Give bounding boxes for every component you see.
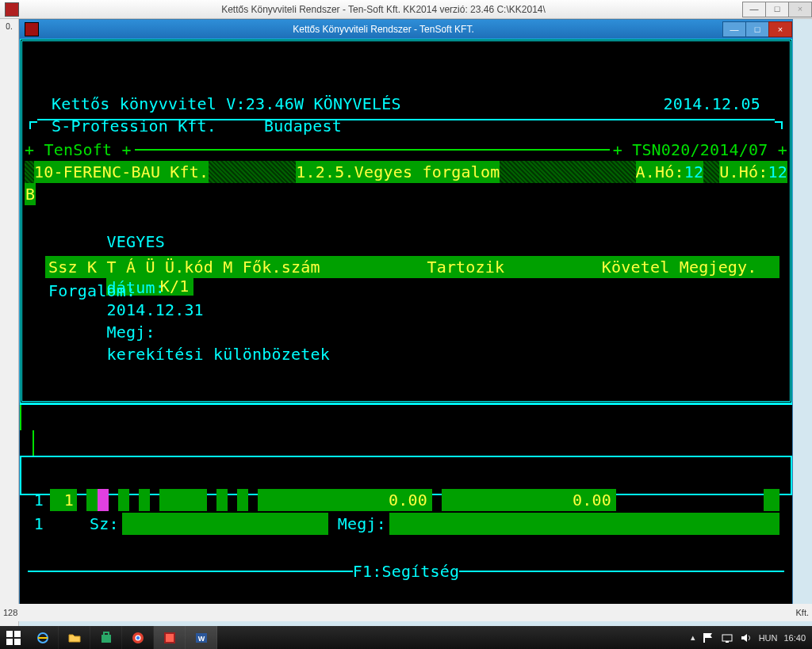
form-line-biz: VEGYES bizonylatszám: K/1 [48,208,792,231]
minimize-button[interactable]: — [742,2,766,17]
svg-rect-2 [6,639,13,645]
speaker-icon[interactable] [740,632,753,644]
taskbar-app1[interactable] [154,626,186,649]
frame-side-left [20,405,34,430]
gutter-label: 0. [6,22,12,31]
banner-line1: Kettős könyvvitel V:23.46W KÖNYVELÉS 201… [20,93,792,115]
banner-city: Budapest [264,115,342,137]
status-menu: 1.2.5.Vegyes forgalom [296,161,500,183]
close-button[interactable]: × [788,2,812,17]
inner-title: Kettős Könyvviteli Rendszer - TenSoft KF… [44,24,723,35]
banner-title: Kettős könyvvitel V:23.46W KÖNYVELÉS [52,93,401,115]
left-gutter: 0. [0,19,19,626]
inner-window-buttons: — □ × [723,21,792,37]
terminal[interactable]: Kettős könyvvitel V:23.46W KÖNYVELÉS 201… [20,39,792,620]
side-letter: B [25,183,36,205]
app-icon [25,22,39,36]
svg-rect-11 [166,634,174,642]
ie-icon [36,632,49,644]
tensoft-frame: + TenSoft + + TSN020/2014/07 + [20,139,792,161]
minimize-button[interactable]: — [722,21,746,37]
chrome-icon [132,632,144,644]
form-line-date: dátum: 2014.12.31 Megj: kerekítési külön… [48,232,792,254]
banner-line2: S-Profession Kft. Budapest [20,115,792,137]
taskbar-word[interactable]: W [186,626,217,649]
taskbar-store[interactable] [90,626,122,649]
help-label: F1:Segítség [353,560,460,582]
taskbar-explorer[interactable] [59,626,90,649]
svg-rect-0 [6,631,13,637]
maximize-button[interactable]: □ [745,21,769,37]
network-icon[interactable] [721,632,733,644]
forgalom-label: Forgalom: [48,280,792,302]
inner-titlebar[interactable]: Kettős Könyvviteli Rendszer - TenSoft KF… [20,20,792,39]
taskbar[interactable]: W ▴ HUN 16:40 [0,626,812,649]
folder-icon [68,632,81,644]
help-divider: F1:Segítség [28,560,784,582]
os-status-strip: 128 Kft. [0,604,812,621]
word-icon: W [195,632,208,644]
frame-left-label: + TenSoft + [25,139,132,161]
tray-clock[interactable]: 16:40 [783,633,806,643]
sz-label: Sz: [90,513,119,535]
strip-right: Kft. [795,608,809,617]
tray-lang[interactable]: HUN [759,633,778,643]
box-top [20,71,792,93]
frame-side-right [20,430,34,456]
banner-date: 2014.12.05 [664,93,760,115]
outer-window-buttons: — □ × [743,2,812,17]
frame-right-label: + TSN020/2014/07 + [613,139,787,161]
entry-index: 1 [28,489,44,511]
svg-text:W: W [197,635,205,643]
strip-left: 128 [3,608,17,617]
close-button[interactable]: × [768,21,792,37]
cursor [98,489,109,511]
svg-rect-3 [14,639,21,645]
u-ho-value: 12 [768,161,787,183]
status-row: 10-FERENC-BAU Kft. 1.2.5.Vegyes forgalom… [25,161,787,183]
start-button[interactable] [0,626,27,649]
maximize-button[interactable]: □ [765,2,789,17]
u-ho-label: U.Hó: [719,161,768,183]
entry-val1[interactable]: 1 [50,489,77,511]
svg-rect-14 [703,633,705,643]
svg-point-9 [136,636,139,639]
a-ho-label: A.Hó: [636,161,684,183]
windows-logo-icon [6,631,21,645]
a-ho-value: 12 [684,161,703,183]
outer-title: Kettős Könyvviteli Rendszer - Ten-Soft K… [24,4,743,15]
entry-amount1[interactable]: 0.00 [258,489,432,511]
svg-rect-6 [104,632,109,636]
entry-row-2[interactable]: 1 Sz: Megj: [28,513,779,535]
entry-index2: 1 [28,513,44,535]
taskbar-chrome[interactable] [122,626,154,649]
date-value[interactable]: 2014.12.31 [106,300,203,319]
store-icon [100,632,113,644]
svg-rect-1 [14,631,21,637]
entry-row-1[interactable]: 1 1 0.00 0.00 [28,489,779,511]
flag-icon[interactable] [702,632,714,644]
columns-header: Ssz K T Á Ü Ü.kód M Fők.szám Tartozik Kö… [45,256,779,278]
footer-line: Esc :Kilépés [36,584,792,606]
taskbar-ie[interactable] [27,626,59,649]
outer-titlebar[interactable]: Kettős Könyvviteli Rendszer - Ten-Soft K… [0,0,812,19]
sz-field[interactable] [122,513,328,535]
tray-up-icon[interactable]: ▴ [691,632,695,643]
entry-amount2[interactable]: 0.00 [442,489,616,511]
megj-field[interactable] [389,513,779,535]
note-value[interactable]: kerekítési különbözetek [106,345,330,364]
system-tray[interactable]: ▴ HUN 16:40 [684,632,812,644]
inner-window: Kettős Könyvviteli Rendszer - TenSoft KF… [19,19,793,621]
app-icon [163,632,176,644]
divider-line [20,403,792,405]
app-icon [5,2,19,17]
banner-company: S-Profession Kft. [52,115,216,137]
megj-label: Megj: [338,513,386,535]
status-company: 10-FERENC-BAU Kft. [34,161,209,183]
svg-rect-16 [726,641,729,643]
note-label: Megj: [106,323,155,342]
svg-rect-15 [722,635,732,641]
